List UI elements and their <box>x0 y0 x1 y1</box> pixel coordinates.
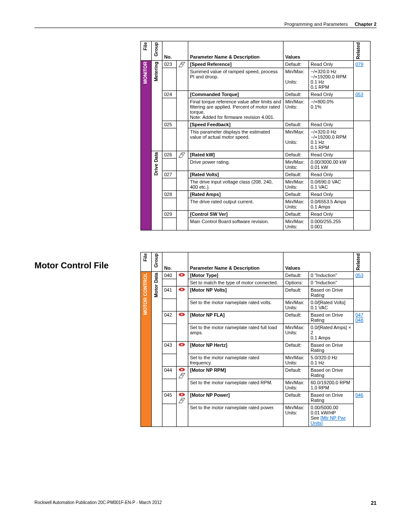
param-icons <box>177 90 188 121</box>
value-label: Default: <box>283 391 309 404</box>
value-label: Default: <box>283 286 309 299</box>
value-label: Default: <box>283 121 309 128</box>
value-data: 0.0/6553.5 Amps0.1 Amps <box>309 198 354 210</box>
bit32-icon <box>178 152 185 158</box>
value-labels: Min/Max:Units: <box>283 98 309 121</box>
value-label: Default: <box>283 90 309 98</box>
value-data: Read Only <box>309 171 354 178</box>
param-desc: This parameter displays the estimated va… <box>188 128 283 151</box>
param-icons <box>177 210 188 230</box>
param-icons <box>177 190 188 210</box>
value-data: 0.000/255.2550.001 <box>309 218 354 230</box>
param-desc: Drive power rating. <box>188 158 283 171</box>
param-no-blank <box>162 404 177 426</box>
read-write-icon <box>178 273 185 277</box>
value-data: Read Only <box>309 60 354 68</box>
section-heading-motor-control: Motor Control File <box>34 261 140 271</box>
param-name: [Rated Amps] <box>188 190 283 198</box>
col-file: File <box>143 253 148 261</box>
param-no-blank <box>162 354 177 366</box>
related-link[interactable]: 053 <box>355 273 363 278</box>
related-link[interactable]: 053 <box>355 92 363 97</box>
col-related: Related <box>355 42 361 59</box>
page-number: 21 <box>371 500 377 506</box>
related-cell <box>354 366 371 391</box>
page-footer: Rockwell Automation Publication 20C-PM00… <box>34 500 377 506</box>
param-desc: Set to the motor nameplate rated frequen… <box>188 354 283 366</box>
value-labels: Min/Max:Units: <box>283 404 309 426</box>
param-desc: Set to match the type of motor connected… <box>188 279 283 286</box>
related-link[interactable]: 047 <box>355 312 363 317</box>
param-desc: Set to the motor nameplate rated volts. <box>188 299 283 311</box>
value-data: −/+320.0 Hz−/+19200.0 RPM0.1 Hz0.1 RPM <box>309 68 354 90</box>
related-link[interactable]: 046 <box>355 392 363 398</box>
param-no-blank <box>162 158 177 171</box>
related-cell <box>354 121 371 151</box>
value-data: 0 "Induction" <box>309 271 354 279</box>
value-labels: Min/Max:Units: <box>283 299 309 311</box>
param-icons <box>177 341 188 366</box>
param-name: [Control SW Ver] <box>188 210 283 218</box>
param-no-blank <box>162 218 177 230</box>
value-labels: Min/Max:Units: <box>283 198 309 210</box>
col-no: No. <box>162 252 188 271</box>
param-no-blank <box>162 98 177 121</box>
value-label: Default: <box>283 341 309 354</box>
related-cell <box>354 210 371 230</box>
param-no-blank <box>162 279 177 286</box>
param-desc: Summed value of ramped speed, process PI… <box>188 68 283 90</box>
header-title: Programming and Parameters <box>284 22 348 27</box>
value-data: Read Only <box>309 90 354 98</box>
value-data: 0.00/3000.00 kW0.01 kW <box>309 158 354 171</box>
related-cell: 046 <box>354 391 371 426</box>
read-write-icon <box>178 342 185 347</box>
read-write-icon <box>178 312 185 317</box>
related-cell: 079 <box>354 60 371 90</box>
param-no: 044 <box>162 366 177 379</box>
related-cell <box>354 341 371 366</box>
file-label: MONITOR <box>143 62 148 84</box>
param-no-blank <box>162 324 177 341</box>
value-label: Default: <box>283 190 309 198</box>
read-write-icon <box>178 287 185 292</box>
related-cell <box>354 286 371 311</box>
value-label: Default: <box>283 60 309 68</box>
read-write-icon <box>178 392 185 397</box>
value-data: Based on Drive Rating <box>309 366 354 379</box>
related-link[interactable]: 048 <box>355 317 363 323</box>
read-write-icon <box>178 367 185 372</box>
param-desc: Set to the motor nameplate rated full lo… <box>188 324 283 341</box>
value-labels: Min/Max:Units: <box>283 218 309 230</box>
col-group: Group <box>153 42 159 56</box>
value-labels: Min/Max:Units: <box>283 354 309 366</box>
param-no: 025 <box>162 121 177 128</box>
value-data: Based on Drive Rating <box>309 341 354 354</box>
param-no: 029 <box>162 210 177 218</box>
param-no: 024 <box>162 90 177 98</box>
value-data: 0.00/5000.000.01 kW/HPSee [Mtr NP Pwr Un… <box>309 404 354 426</box>
value-labels: Options: <box>283 279 309 286</box>
related-link[interactable]: 079 <box>355 62 363 67</box>
value-data: −/+800.0%0.1% <box>309 98 354 121</box>
param-no: 023 <box>162 60 177 68</box>
param-name: [Rated Volts] <box>188 171 283 178</box>
value-data: Read Only <box>309 151 354 158</box>
bit32-icon <box>178 62 185 68</box>
value-data: Read Only <box>309 121 354 128</box>
group-label: Drive Data <box>153 152 159 175</box>
param-desc: Final torque reference value after limit… <box>188 98 283 121</box>
col-values: Values <box>283 41 354 61</box>
param-icons <box>177 311 188 341</box>
col-file: File <box>143 42 148 50</box>
param-no-blank <box>162 128 177 151</box>
value-labels: Min/Max:Units: <box>283 324 309 341</box>
param-no: 027 <box>162 171 177 178</box>
col-param: Parameter Name & Description <box>188 252 283 271</box>
value-label: Default: <box>283 366 309 379</box>
param-icons <box>177 60 188 90</box>
value-label: Default: <box>283 210 309 218</box>
col-related: Related <box>355 253 361 271</box>
param-no-blank <box>162 198 177 210</box>
param-name: [Motor NP Power] <box>188 391 283 404</box>
param-icons <box>177 171 188 190</box>
